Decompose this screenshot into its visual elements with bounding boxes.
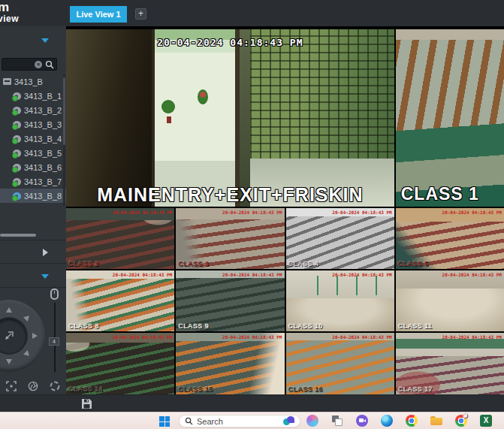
- dome-camera-icon: [13, 192, 21, 200]
- camera-scene: [66, 29, 394, 207]
- camera-item-label: 3413_B_5: [24, 149, 62, 158]
- camera-tile-main-entry[interactable]: 20-04-2024 04:18:43 PM MAINENTRY+EXIT+FR…: [66, 29, 394, 207]
- zoom-ring-icon[interactable]: [50, 381, 60, 391]
- add-tab-button[interactable]: +: [135, 8, 146, 20]
- camera-tile-class-10[interactable]: 20-04-2024 04:18:43 PM CLASS 10: [286, 270, 394, 331]
- edge-icon[interactable]: [381, 415, 393, 427]
- logo-line-2: view: [0, 14, 19, 23]
- camera-scene: [396, 29, 504, 207]
- camera-item-2[interactable]: 3413_B_2: [0, 103, 66, 117]
- camera-name-overlay: CLASS 14: [68, 385, 103, 393]
- camera-name-overlay: MAINENTRY+EXIT+FRISKIN: [66, 184, 394, 206]
- app-bottom-bar: [0, 394, 504, 412]
- camera-tile-class-9[interactable]: 20-04-2024 04:18:43 PM CLASS 9: [176, 270, 284, 331]
- camera-tile-class-3[interactable]: 20-04-2024 04:18:43 PM CLASS 3: [176, 208, 284, 269]
- mouse-simulation-icon[interactable]: [50, 289, 59, 300]
- ptz-panel-header[interactable]: [0, 264, 66, 288]
- camera-name-overlay: CLASS 11: [398, 322, 433, 330]
- task-view-icon[interactable]: [331, 415, 343, 427]
- dome-camera-icon: [13, 107, 21, 114]
- timestamp-overlay: 20-04-2024 04:18:43 PM: [66, 37, 394, 48]
- camera-tile-class-5[interactable]: 20-04-2024 04:18:43 PM CLASS 5: [396, 208, 504, 269]
- chrome-profile-icon[interactable]: [455, 415, 467, 427]
- camera-name-overlay: CLASS 1: [401, 184, 479, 204]
- ptz-up-right-icon[interactable]: [23, 313, 32, 322]
- notification-badge: [463, 413, 469, 419]
- camera-tile-class-1[interactable]: CLASS 1: [396, 29, 504, 207]
- search-icon[interactable]: [45, 60, 54, 69]
- camera-tile-class-17[interactable]: 20-04-2024 04:18:43 PM CLASS 17: [396, 333, 504, 394]
- app-header: m view Live View 1 +: [0, 0, 504, 26]
- tab-live-view-1[interactable]: Live View 1: [70, 6, 127, 23]
- camera-tile-class-15[interactable]: 20-04-2024 04:18:43 PM CLASS 15: [176, 333, 284, 394]
- clear-search-icon[interactable]: ×: [35, 61, 42, 68]
- scene-wall: [66, 29, 152, 207]
- ptz-down-right-icon[interactable]: [23, 350, 32, 358]
- tree-horizontal-scrollbar[interactable]: [0, 234, 36, 237]
- tree-vertical-scrollbar[interactable]: [63, 74, 65, 206]
- excel-icon[interactable]: X: [480, 415, 492, 427]
- dome-camera-icon: [13, 178, 21, 186]
- panel-collapse-arrow-icon[interactable]: [41, 274, 49, 279]
- ptz-speed-value[interactable]: 4: [49, 337, 59, 346]
- timestamp-overlay: 20-04-2024 04:18:43 PM: [222, 210, 282, 215]
- dome-camera-icon: [13, 164, 21, 171]
- camera-item-5[interactable]: 3413_B_5: [0, 146, 66, 160]
- windows-logo-icon: [165, 416, 171, 421]
- ptz-3d-position-icon: [4, 331, 14, 341]
- video-wall: 20-04-2024 04:18:43 PM MAINENTRY+EXIT+FR…: [66, 26, 504, 394]
- camera-name-overlay: CLASS 3: [178, 260, 209, 267]
- search-highlights-icon[interactable]: [283, 416, 294, 426]
- camera-item-label: 3413_B_1: [24, 92, 62, 101]
- camera-tile-class-4[interactable]: 20-04-2024 04:18:43 PM CLASS 4: [286, 208, 394, 269]
- camera-item-4[interactable]: 3413_B_4: [0, 131, 66, 146]
- ptz-down-icon[interactable]: [6, 359, 12, 364]
- camera-item-label: 3413_B_7: [24, 177, 62, 186]
- device-group-item[interactable]: 3413_B: [0, 74, 66, 89]
- camera-item-3[interactable]: 3413_B_3: [0, 117, 66, 131]
- windows-taskbar: Search X: [0, 412, 504, 429]
- timestamp-overlay: 20-04-2024 04:18:43 PM: [113, 210, 172, 215]
- camera-tile-class-14[interactable]: 20-04-2024 04:18:43 PM CLASS 14: [66, 333, 174, 394]
- camera-name-overlay: CLASS 5: [398, 260, 429, 267]
- file-explorer-icon[interactable]: [430, 415, 442, 427]
- camera-tile-class-11[interactable]: 20-04-2024 04:18:43 PM CLASS 11: [396, 270, 504, 331]
- camera-name-overlay: CLASS 8: [68, 322, 99, 330]
- scene-doorway: [152, 29, 240, 207]
- camera-tile-class-8[interactable]: 20-04-2024 04:18:43 PM CLASS 8: [66, 270, 174, 331]
- panel-expand-arrow-icon[interactable]: [43, 249, 48, 256]
- ptz-up-icon[interactable]: [6, 307, 12, 313]
- camera-item-label: 3413_B_4: [24, 134, 62, 144]
- camera-item-6[interactable]: 3413_B_6: [0, 160, 66, 174]
- timestamp-overlay: 20-04-2024 04:18:43 PM: [332, 272, 391, 277]
- chrome-icon[interactable]: [406, 415, 418, 427]
- camera-tile-class-16[interactable]: 20-04-2024 04:18:43 PM CLASS 16: [286, 333, 394, 394]
- copilot-icon[interactable]: [306, 415, 318, 427]
- camera-name-overlay: CLASS 16: [288, 385, 323, 393]
- dome-camera-icon: [13, 150, 21, 157]
- collapsed-panel[interactable]: [0, 240, 66, 264]
- camera-name-overlay: CLASS 2: [68, 260, 99, 267]
- timestamp-overlay: 20-04-2024 04:18:43 PM: [113, 334, 172, 340]
- focus-icon[interactable]: [6, 381, 17, 391]
- windows-start-button[interactable]: [159, 416, 170, 427]
- iris-icon[interactable]: [28, 381, 38, 391]
- save-icon[interactable]: [81, 398, 92, 409]
- device-panel-collapse-icon[interactable]: [41, 38, 49, 43]
- taskbar-search-box[interactable]: Search: [179, 415, 300, 427]
- device-group-label: 3413_B: [14, 77, 43, 86]
- windows-logo-icon: [165, 422, 171, 427]
- camera-item-1[interactable]: 3413_B_1: [0, 89, 66, 103]
- camera-name-overlay: CLASS 17: [398, 385, 433, 393]
- camera-item-7[interactable]: 3413_B_7: [0, 174, 66, 189]
- taskbar-app-icons: X: [306, 415, 492, 427]
- ptz-3d-position-button[interactable]: [0, 319, 26, 353]
- ptz-right-icon[interactable]: [32, 333, 38, 339]
- windows-logo-icon: [159, 416, 164, 421]
- camera-item-8-selected[interactable]: 3413_B_8: [0, 189, 66, 203]
- ptz-joystick[interactable]: [0, 300, 45, 372]
- camera-app-icon[interactable]: [356, 415, 368, 427]
- timestamp-overlay: 20-04-2024 04:18:43 PM: [332, 334, 391, 340]
- device-search-input[interactable]: ×: [2, 58, 57, 71]
- camera-tile-class-2[interactable]: 20-04-2024 04:18:43 PM CLASS 2: [66, 208, 174, 269]
